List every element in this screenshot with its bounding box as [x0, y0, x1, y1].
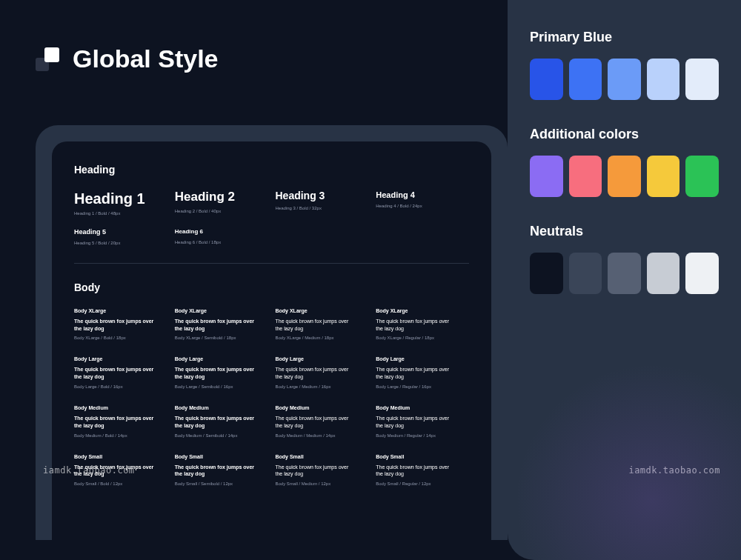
- body-spec-text: Body Large / Semibold / 16px: [175, 384, 268, 389]
- body-label: Body XLarge: [74, 308, 167, 313]
- color-swatch: [608, 253, 641, 294]
- body-spec: Body SmallThe quick brown fox jumps over…: [175, 454, 268, 487]
- color-swatch: [530, 156, 563, 197]
- body-spec-text: Body Medium / Regular / 14px: [376, 433, 469, 438]
- body-label: Body Large: [276, 356, 369, 361]
- page-title: Global Style: [73, 44, 219, 73]
- swatch-row: [530, 156, 719, 197]
- body-label: Body Large: [175, 356, 268, 361]
- body-label: Body Large: [74, 356, 167, 361]
- typography-inner: Heading Heading 1Heading 1 / Bold / 48px…: [52, 141, 491, 540]
- color-swatch: [608, 59, 641, 100]
- body-sample: The quick brown fox jumps over the lazy …: [376, 415, 457, 430]
- body-sample: The quick brown fox jumps over the lazy …: [175, 464, 256, 479]
- body-label: Body Small: [376, 454, 469, 459]
- body-sample: The quick brown fox jumps over the lazy …: [276, 415, 357, 430]
- body-sample: The quick brown fox jumps over the lazy …: [376, 366, 457, 381]
- heading-spec-text: Heading 3 / Bold / 32px: [276, 206, 369, 210]
- body-spec: Body XLargeThe quick brown fox jumps ove…: [74, 308, 167, 341]
- body-spec: Body MediumThe quick brown fox jumps ove…: [276, 405, 369, 438]
- typography-panel: Heading Heading 1Heading 1 / Bold / 48px…: [36, 125, 508, 540]
- heading-spec-text: Heading 4 / Bold / 24px: [376, 204, 469, 208]
- color-swatch: [685, 156, 719, 197]
- body-label: Body Large: [376, 356, 469, 361]
- watermark-right: iamdk.taobao.com: [628, 465, 720, 476]
- body-label: Body Small: [276, 454, 369, 459]
- body-spec: Body XLargeThe quick brown fox jumps ove…: [376, 308, 469, 341]
- color-section-title: Primary Blue: [530, 30, 719, 45]
- body-label: Body Small: [175, 454, 268, 459]
- body-sample: The quick brown fox jumps over the lazy …: [175, 415, 256, 430]
- body-spec-text: Body Medium / Bold / 14px: [74, 433, 167, 438]
- color-swatch: [530, 253, 563, 294]
- body-spec-text: Body Small / Bold / 12px: [74, 481, 167, 486]
- color-section: Primary Blue: [530, 30, 719, 100]
- color-sidebar: Primary BlueAdditional colorsNeutrals: [508, 0, 741, 560]
- body-sample: The quick brown fox jumps over the lazy …: [276, 464, 357, 479]
- body-label: Body Medium: [74, 405, 167, 410]
- section-divider: [74, 263, 469, 264]
- color-swatch: [647, 59, 680, 100]
- color-swatch: [647, 156, 680, 197]
- body-label: Body Small: [74, 454, 167, 459]
- body-sample: The quick brown fox jumps over the lazy …: [74, 415, 156, 430]
- heading-sample: Heading 6: [175, 229, 268, 236]
- heading-spec: Heading 3Heading 3 / Bold / 32px: [276, 190, 369, 216]
- heading-sample: Heading 3: [276, 190, 369, 201]
- color-swatch: [685, 59, 719, 100]
- color-section: Neutrals: [530, 224, 719, 294]
- body-spec-text: Body Medium / Medium / 14px: [276, 433, 369, 438]
- color-swatch: [530, 59, 563, 100]
- heading-spec: Heading 4Heading 4 / Bold / 24px: [376, 190, 469, 216]
- body-spec: Body SmallThe quick brown fox jumps over…: [376, 454, 469, 487]
- body-spec: Body XLargeThe quick brown fox jumps ove…: [175, 308, 268, 341]
- color-swatch: [569, 253, 602, 294]
- heading-spec-text: Heading 5 / Bold / 20px: [74, 241, 167, 245]
- page-header: Global Style: [36, 44, 508, 73]
- body-section-label: Body: [74, 281, 469, 293]
- body-spec: Body LargeThe quick brown fox jumps over…: [175, 356, 268, 389]
- body-spec-text: Body Small / Semibold / 12px: [175, 481, 268, 486]
- body-sample: The quick brown fox jumps over the lazy …: [276, 366, 357, 381]
- heading-sample: Heading 1: [74, 190, 167, 207]
- body-spec: Body MediumThe quick brown fox jumps ove…: [74, 405, 167, 438]
- heading-spec-text: Heading 6 / Bold / 18px: [175, 240, 268, 244]
- body-sample: The quick brown fox jumps over the lazy …: [175, 366, 256, 381]
- color-swatch: [685, 253, 719, 294]
- body-spec: Body XLargeThe quick brown fox jumps ove…: [276, 308, 369, 341]
- heading-sample: Heading 5: [74, 229, 167, 236]
- body-spec-text: Body Large / Regular / 16px: [376, 384, 469, 389]
- heading-sample: Heading 4: [376, 190, 469, 199]
- heading-spec: Heading 6Heading 6 / Bold / 18px: [175, 229, 268, 245]
- left-column: Global Style Heading Heading 1Heading 1 …: [0, 0, 508, 560]
- heading-spec: Heading 1Heading 1 / Bold / 48px: [74, 190, 167, 216]
- color-swatch: [569, 156, 602, 197]
- swatch-row: [530, 253, 719, 294]
- body-sample: The quick brown fox jumps over the lazy …: [376, 318, 457, 333]
- color-swatch: [647, 253, 680, 294]
- heading-spec: Heading 2Heading 2 / Bold / 40px: [175, 190, 268, 216]
- body-spec: Body MediumThe quick brown fox jumps ove…: [376, 405, 469, 438]
- body-spec-text: Body Large / Bold / 16px: [74, 384, 167, 389]
- body-spec-text: Body XLarge / Semibold / 18px: [175, 336, 268, 340]
- body-spec-text: Body Small / Regular / 12px: [376, 481, 469, 486]
- body-sample: The quick brown fox jumps over the lazy …: [175, 318, 256, 333]
- body-spec-text: Body Medium / Semibold / 14px: [175, 433, 268, 438]
- body-sample: The quick brown fox jumps over the lazy …: [276, 318, 357, 333]
- body-grid: Body XLargeThe quick brown fox jumps ove…: [74, 308, 469, 486]
- body-spec: Body LargeThe quick brown fox jumps over…: [74, 356, 167, 389]
- color-section: Additional colors: [530, 127, 719, 197]
- logo-icon: [36, 47, 59, 71]
- body-spec-text: Body XLarge / Medium / 18px: [276, 336, 369, 340]
- body-spec: Body LargeThe quick brown fox jumps over…: [376, 356, 469, 389]
- heading-spec-text: Heading 1 / Bold / 48px: [74, 211, 167, 216]
- body-spec: Body MediumThe quick brown fox jumps ove…: [175, 405, 268, 438]
- body-spec-text: Body Small / Medium / 12px: [276, 481, 369, 486]
- color-swatch: [608, 156, 641, 197]
- color-swatch: [569, 59, 602, 100]
- color-section-title: Neutrals: [530, 224, 719, 239]
- body-label: Body XLarge: [175, 308, 268, 313]
- watermark-left: iamdk.taobao.com: [43, 465, 135, 476]
- heading-grid: Heading 1Heading 1 / Bold / 48pxHeading …: [74, 190, 469, 245]
- heading-section-label: Heading: [74, 164, 469, 176]
